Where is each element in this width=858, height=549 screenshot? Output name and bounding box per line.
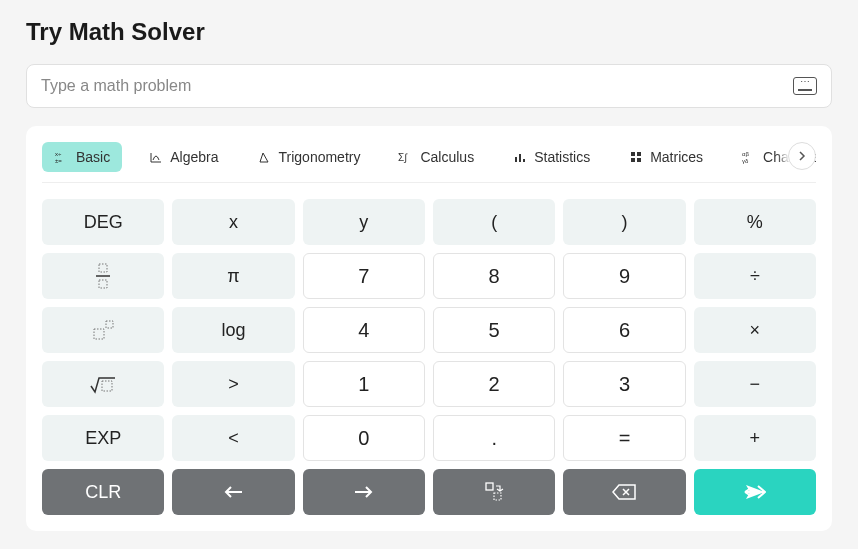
key-plus[interactable]: + <box>694 415 816 461</box>
algebra-icon <box>148 149 164 165</box>
key-divide[interactable]: ÷ <box>694 253 816 299</box>
keyboard-icon[interactable] <box>793 77 817 95</box>
tab-label: Trigonometry <box>279 149 361 165</box>
key-fraction[interactable] <box>42 253 164 299</box>
tab-matrices[interactable]: Matrices <box>616 142 715 172</box>
svg-text:γδ: γδ <box>742 158 749 164</box>
key-submit[interactable] <box>694 469 816 515</box>
tab-label: Algebra <box>170 149 218 165</box>
tab-label: Matrices <box>650 149 703 165</box>
svg-rect-4 <box>519 154 521 162</box>
send-icon <box>743 483 767 501</box>
key-9[interactable]: 9 <box>563 253 685 299</box>
key-arrow-left[interactable] <box>172 469 294 515</box>
tab-label: Statistics <box>534 149 590 165</box>
tab-statistics[interactable]: Statistics <box>500 142 602 172</box>
key-6[interactable]: 6 <box>563 307 685 353</box>
key-log[interactable]: log <box>172 307 294 353</box>
key-0[interactable]: 0 <box>303 415 425 461</box>
svg-rect-7 <box>637 152 641 156</box>
key-backspace[interactable] <box>563 469 685 515</box>
svg-rect-3 <box>515 157 517 162</box>
key-equals[interactable]: = <box>563 415 685 461</box>
tab-calculus[interactable]: Σ∫ Calculus <box>386 142 486 172</box>
exponent-icon <box>90 319 116 341</box>
key-8[interactable]: 8 <box>433 253 555 299</box>
key-3[interactable]: 3 <box>563 361 685 407</box>
key-7[interactable]: 7 <box>303 253 425 299</box>
problem-input-bar <box>26 64 832 108</box>
key-pi[interactable]: π <box>172 253 294 299</box>
key-sqrt[interactable] <box>42 361 164 407</box>
chevron-right-icon <box>797 151 807 161</box>
key-4[interactable]: 4 <box>303 307 425 353</box>
key-deg[interactable]: DEG <box>42 199 164 245</box>
statistics-icon <box>512 149 528 165</box>
key-multiply[interactable]: × <box>694 307 816 353</box>
key-lt[interactable]: < <box>172 415 294 461</box>
key-exponent[interactable] <box>42 307 164 353</box>
svg-rect-16 <box>106 321 113 328</box>
matrices-icon <box>628 149 644 165</box>
tab-label: Basic <box>76 149 110 165</box>
sqrt-icon <box>89 374 117 394</box>
svg-rect-5 <box>523 159 525 162</box>
problem-input[interactable] <box>41 77 793 95</box>
arrow-left-icon <box>222 484 244 500</box>
key-2[interactable]: 2 <box>433 361 555 407</box>
svg-rect-17 <box>102 381 112 391</box>
key-lparen[interactable]: ( <box>433 199 555 245</box>
calculus-icon: Σ∫ <box>398 149 414 165</box>
svg-text:αβ: αβ <box>742 151 749 157</box>
key-minus[interactable]: − <box>694 361 816 407</box>
svg-rect-18 <box>486 483 493 490</box>
svg-rect-9 <box>637 158 641 162</box>
basic-icon: x÷±= <box>54 149 70 165</box>
tab-trigonometry[interactable]: Trigonometry <box>245 142 373 172</box>
key-arrow-right[interactable] <box>303 469 425 515</box>
keypad-grid: DEG x y ( ) % π 7 8 9 ÷ log 4 5 6 × <box>42 199 816 515</box>
key-gt[interactable]: > <box>172 361 294 407</box>
svg-text:Σ∫: Σ∫ <box>398 152 408 163</box>
svg-text:x÷: x÷ <box>55 151 62 157</box>
tab-label: Calculus <box>420 149 474 165</box>
page-title: Try Math Solver <box>26 18 832 46</box>
svg-rect-12 <box>99 264 107 272</box>
svg-rect-8 <box>631 158 635 162</box>
svg-rect-19 <box>494 493 501 500</box>
key-rparen[interactable]: ) <box>563 199 685 245</box>
backspace-icon <box>611 483 637 501</box>
key-percent[interactable]: % <box>694 199 816 245</box>
keypad-panel: x÷±= Basic Algebra Trigonometry Σ∫ Calcu… <box>26 126 832 531</box>
key-x[interactable]: x <box>172 199 294 245</box>
tab-basic[interactable]: x÷±= Basic <box>42 142 122 172</box>
key-clear[interactable]: CLR <box>42 469 164 515</box>
fraction-icon <box>93 262 113 290</box>
trig-icon <box>257 149 273 165</box>
tab-algebra[interactable]: Algebra <box>136 142 230 172</box>
svg-text:±=: ±= <box>55 158 62 164</box>
key-newline[interactable] <box>433 469 555 515</box>
key-dot[interactable]: . <box>433 415 555 461</box>
svg-rect-14 <box>99 280 107 288</box>
key-exp[interactable]: EXP <box>42 415 164 461</box>
arrow-right-icon <box>353 484 375 500</box>
svg-rect-6 <box>631 152 635 156</box>
category-tabs: x÷±= Basic Algebra Trigonometry Σ∫ Calcu… <box>42 142 816 183</box>
svg-rect-15 <box>94 329 104 339</box>
key-y[interactable]: y <box>303 199 425 245</box>
tabs-scroll-right[interactable] <box>788 142 816 170</box>
key-1[interactable]: 1 <box>303 361 425 407</box>
characters-icon: αβγδ <box>741 149 757 165</box>
newline-icon <box>482 481 506 503</box>
key-5[interactable]: 5 <box>433 307 555 353</box>
